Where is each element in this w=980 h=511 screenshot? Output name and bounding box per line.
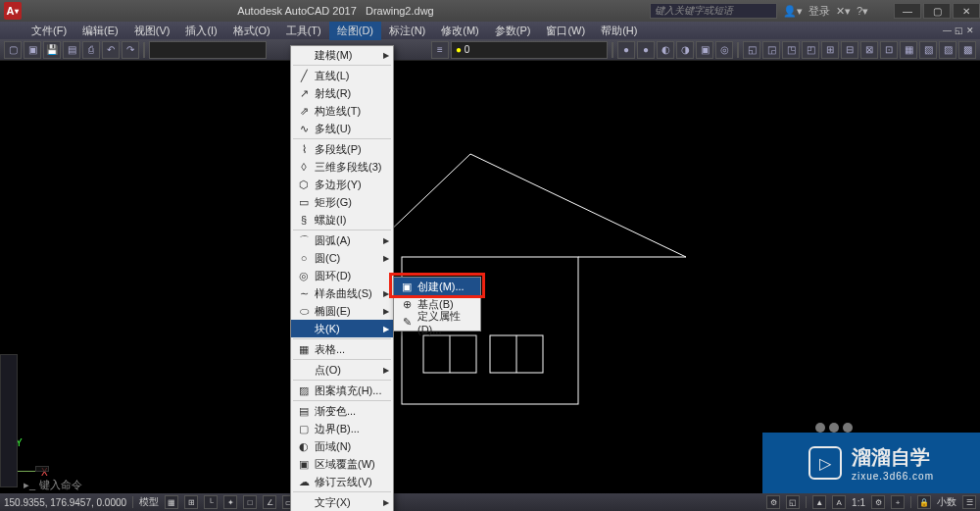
mdi-close-icon[interactable]: ✕	[966, 26, 974, 35]
draw-menu-item-8[interactable]: ▭矩形(G)	[291, 193, 393, 211]
draw-menu-item-10[interactable]: ⌒圆弧(A)▶	[291, 231, 393, 249]
command-line[interactable]: ▸_ 键入命令	[24, 478, 82, 492]
sb-osnap-icon[interactable]: □	[243, 495, 257, 509]
menu-draw[interactable]: 绘图(D)	[329, 22, 381, 40]
t11-icon[interactable]: ⊞	[821, 41, 839, 59]
menu-file[interactable]: 文件(F)	[24, 22, 74, 40]
menu-dimension[interactable]: 标注(N)	[381, 22, 433, 40]
sb-ws-icon[interactable]: ⚙	[766, 495, 780, 509]
menu-param[interactable]: 参数(P)	[487, 22, 539, 40]
t17-icon[interactable]: ▨	[939, 41, 956, 59]
t8-icon[interactable]: ◲	[762, 41, 780, 59]
menu-help[interactable]: 帮助(H)	[593, 22, 645, 40]
draw-menu-item-6[interactable]: ◊三维多段线(3)	[291, 158, 393, 176]
draw-menu-item-7[interactable]: ⬡多边形(Y)	[291, 176, 393, 193]
sb-gear-icon[interactable]: ⚙	[871, 495, 885, 509]
save-icon[interactable]: 💾	[43, 41, 61, 59]
draw-menu-item-3[interactable]: ⇗构造线(T)	[291, 102, 393, 120]
t10-icon[interactable]: ◰	[802, 41, 819, 59]
maximize-button[interactable]: ▢	[923, 3, 951, 19]
mdi-min-icon[interactable]: —	[943, 26, 952, 35]
layer-icon[interactable]: ≡	[431, 41, 449, 59]
mdi-max-icon[interactable]: ◱	[955, 26, 963, 35]
t13-icon[interactable]: ⊠	[860, 41, 878, 59]
login-label[interactable]: 登录	[808, 4, 830, 19]
menu-insert[interactable]: 插入(I)	[177, 22, 224, 40]
block-submenu-item-2[interactable]: ✎定义属性(D)...	[394, 313, 480, 331]
sb-menu-icon[interactable]: ☰	[962, 495, 976, 509]
draw-menu-item-18[interactable]: ▨图案填充(H)...	[291, 382, 393, 399]
sb-max-icon[interactable]: ◱	[786, 495, 800, 509]
app-icon[interactable]: A▾	[4, 2, 22, 20]
layer-dropdown[interactable]: ● 0	[451, 41, 608, 59]
menu-view[interactable]: 视图(V)	[126, 22, 178, 40]
draw-menu-item-9[interactable]: §螺旋(I)	[291, 211, 393, 229]
search-input[interactable]: 键入关键字或短语	[650, 3, 777, 19]
sb-lock-icon[interactable]: 🔒	[917, 495, 931, 509]
user-icon[interactable]: 👤▾	[783, 5, 803, 18]
open-icon[interactable]: ▣	[24, 41, 41, 59]
sb-grid-icon[interactable]: ▦	[165, 495, 178, 509]
menu-edit[interactable]: 编辑(E)	[74, 22, 126, 40]
sb-polar-icon[interactable]: ✦	[223, 495, 237, 509]
t18-icon[interactable]: ▩	[958, 41, 976, 59]
menu-item-label: 矩形(G)	[313, 195, 389, 210]
block-submenu-item-0[interactable]: ▣创建(M)...	[394, 278, 480, 295]
redo-icon[interactable]: ↷	[122, 41, 139, 59]
sb-snap-icon[interactable]: ⊞	[184, 495, 198, 509]
style-dropdown[interactable]	[149, 41, 267, 59]
draw-menu-item-4[interactable]: ∿多线(U)	[291, 120, 393, 137]
close-button[interactable]: ✕	[953, 3, 980, 19]
draw-menu-item-14[interactable]: ⬭椭圆(E)▶	[291, 302, 393, 320]
draw-menu-item-0[interactable]: 建模(M)▶	[291, 46, 393, 64]
sb-ann-icon[interactable]: A	[832, 495, 846, 509]
sb-units[interactable]: 小数	[937, 495, 956, 509]
exchange-icon[interactable]: ✕▾	[836, 5, 851, 18]
draw-menu-item-23[interactable]: ☁修订云线(V)	[291, 473, 393, 490]
t3-icon[interactable]: ◐	[657, 41, 674, 59]
draw-menu-item-16[interactable]: ▦表格...	[291, 340, 393, 358]
minimize-button[interactable]: —	[894, 3, 921, 19]
draw-menu-item-13[interactable]: ∼样条曲线(S)▶	[291, 284, 393, 302]
draw-menu-item-19[interactable]: ▤渐变色...	[291, 402, 393, 420]
menu-item-label: 椭圆(E)	[313, 304, 383, 319]
draw-menu-item-15[interactable]: 块(K)▶	[291, 320, 393, 337]
t5-icon[interactable]: ▣	[696, 41, 713, 59]
sb-track-icon[interactable]: ∠	[263, 495, 276, 509]
t4-icon[interactable]: ◑	[676, 41, 694, 59]
draw-menu-item-12[interactable]: ◎圆环(D)	[291, 267, 393, 284]
draw-menu-item-22[interactable]: ▣区域覆盖(W)	[291, 455, 393, 473]
sb-scale[interactable]: 1:1	[852, 497, 865, 508]
t12-icon[interactable]: ⊟	[841, 41, 858, 59]
sb-ortho-icon[interactable]: └	[204, 495, 218, 509]
new-icon[interactable]: ▢	[4, 41, 22, 59]
t1-icon[interactable]: ●	[617, 41, 635, 59]
plot-icon[interactable]: ⎙	[82, 41, 100, 59]
undo-icon[interactable]: ↶	[102, 41, 120, 59]
draw-menu-item-1[interactable]: ╱直线(L)	[291, 67, 393, 84]
menu-modify[interactable]: 修改(M)	[433, 22, 487, 40]
viewport-tab-dock[interactable]	[0, 354, 18, 487]
menu-window[interactable]: 窗口(W)	[538, 22, 593, 40]
menu-tools[interactable]: 工具(T)	[278, 22, 329, 40]
t9-icon[interactable]: ◳	[782, 41, 800, 59]
model-tab[interactable]: 模型	[139, 495, 159, 509]
draw-menu-item-17[interactable]: 点(O)▶	[291, 361, 393, 379]
draw-menu-item-5[interactable]: ⌇多段线(P)	[291, 140, 393, 158]
t6-icon[interactable]: ◎	[715, 41, 733, 59]
draw-menu-item-20[interactable]: ▢边界(B)...	[291, 420, 393, 437]
menu-format[interactable]: 格式(O)	[225, 22, 278, 40]
sb-iso-icon[interactable]: ▲	[812, 495, 826, 509]
t2-icon[interactable]: ●	[637, 41, 655, 59]
t16-icon[interactable]: ▧	[919, 41, 937, 59]
draw-menu-item-21[interactable]: ◐面域(N)	[291, 437, 393, 455]
help-icon[interactable]: ?▾	[857, 5, 868, 18]
draw-menu-item-2[interactable]: ↗射线(R)	[291, 84, 393, 102]
saveas-icon[interactable]: ▤	[63, 41, 80, 59]
draw-menu-item-24[interactable]: 文字(X)▶	[291, 493, 393, 511]
t15-icon[interactable]: ▦	[900, 41, 917, 59]
t7-icon[interactable]: ◱	[743, 41, 760, 59]
t14-icon[interactable]: ⊡	[880, 41, 898, 59]
sb-plus-icon[interactable]: +	[891, 495, 905, 509]
draw-menu-item-11[interactable]: ○圆(C)▶	[291, 249, 393, 267]
